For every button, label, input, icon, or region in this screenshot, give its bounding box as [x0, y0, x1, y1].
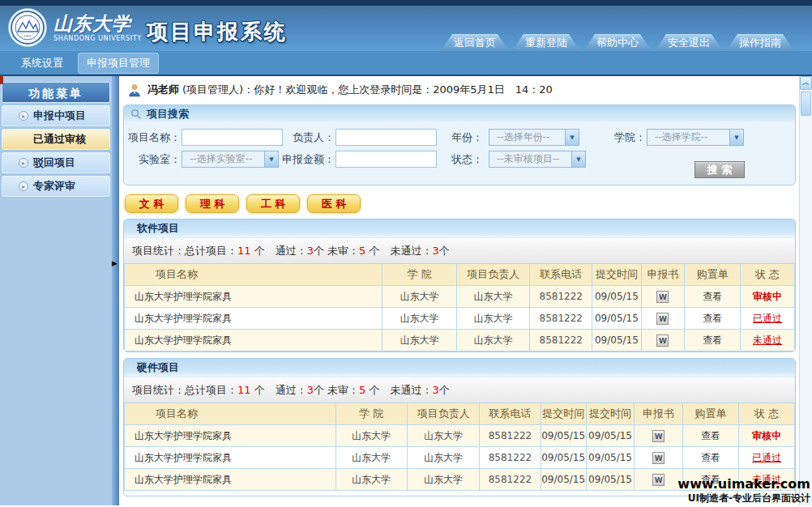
sidebar: 功能菜单 ▸ 申报中项目 已通过审核 ▸ 驳回项目 ▸ 专家评审	[0, 76, 112, 505]
watermark-url: www.uimaker.com	[677, 476, 810, 492]
sidebar-item-expert-review[interactable]: ▸ 专家评审	[2, 176, 110, 197]
search-button[interactable]: 搜 索	[694, 161, 745, 178]
submit-date-cell: 09/05/15	[592, 286, 641, 308]
table-row: 山东大学护理学院家具山东大学山东大学858122209/05/1509/05/1…	[125, 425, 795, 447]
application-doc-cell: W	[635, 469, 683, 491]
welcome-bar: 冯老师 (项目管理人)：你好！欢迎观临，您上次登录时间是：2009年5月1日 1…	[123, 80, 796, 100]
college-select[interactable]: --选择学院-- ▼	[647, 129, 744, 146]
word-doc-icon[interactable]: W	[652, 474, 665, 486]
college-cell: 山东大学	[382, 330, 457, 351]
lab-select[interactable]: --选择实验室-- ▼	[182, 151, 279, 168]
view-link[interactable]: 查看	[701, 430, 720, 441]
svg-text:1901: 1901	[24, 34, 32, 38]
phone-value: 8581222	[489, 452, 532, 463]
word-doc-icon[interactable]: W	[652, 430, 665, 442]
phone-value: 8581222	[540, 291, 583, 302]
year-select[interactable]: --选择年份-- ▼	[489, 129, 579, 146]
nav-tab-relogin[interactable]: 重新登陆	[512, 34, 580, 51]
search-form: 项目名称： 负责人： 年份： --选择年份-- ▼ 学院： --选择学院-- ▼	[124, 123, 795, 185]
project-section-panel: 硬件项目项目统计：总计项目：11 个 通过：3个 未审：5 个 未通过：3个项目…	[123, 358, 796, 496]
nav-tab-guide[interactable]: 操作指南	[726, 34, 794, 51]
view-link[interactable]: 查看	[703, 291, 722, 302]
university-emblem-icon: 1901	[8, 8, 47, 47]
status-badge[interactable]: 审核中	[753, 291, 782, 302]
submit-date-cell: 09/05/15	[586, 425, 635, 447]
amount-label: 申报金额：	[278, 151, 335, 168]
project-section-panel: 软件项目项目统计：总计项目：11 个 通过：3个 未审：5 个 未通过：3个项目…	[123, 219, 796, 352]
dropdown-arrow-icon[interactable]: ▼	[565, 130, 579, 145]
stat-number: 3	[307, 245, 314, 257]
college-select-value: --选择学院--	[647, 130, 707, 144]
project-name-cell: 山东大学护理学院家具	[125, 469, 336, 491]
college-cell: 山东大学	[335, 425, 407, 447]
project-name-cell: 山东大学护理学院家具	[125, 425, 336, 447]
leader-input[interactable]	[335, 129, 437, 146]
status-badge[interactable]: 审核中	[752, 430, 781, 441]
top-strip	[0, 0, 812, 6]
scroll-thumb[interactable]	[801, 92, 811, 116]
tab-project-management[interactable]: 申报项目管理	[78, 53, 159, 74]
menu-tab-bar: 系统设置 申报项目管理	[0, 51, 812, 76]
sidebar-item-approved-projects[interactable]: 已通过审核	[2, 129, 110, 150]
category-engineering-button[interactable]: 工 科	[246, 194, 300, 213]
word-doc-icon[interactable]: W	[656, 291, 669, 303]
status-badge[interactable]: 未通过	[753, 334, 782, 346]
submit-date-cell: 09/05/15	[541, 425, 586, 447]
amount-input[interactable]	[335, 151, 437, 168]
submit-date-cell: 09/05/15	[592, 330, 641, 351]
arrow-circle-icon: ▸	[19, 111, 28, 121]
leader-cell: 山东大学	[408, 469, 480, 491]
column-header: 联系电话	[530, 264, 592, 286]
dropdown-arrow-icon[interactable]: ▼	[571, 151, 585, 167]
stat-number: 3	[433, 384, 439, 396]
status-select[interactable]: --未审核项目-- ▼	[489, 151, 586, 168]
university-name-en: SHANDONG UNIVERSITY	[53, 35, 141, 42]
search-panel-title: 项目搜索	[147, 105, 189, 123]
column-header: 提交时间	[592, 264, 641, 286]
app-header: 1901 山东大学 SHANDONG UNIVERSITY 项目申报系统 返回首…	[0, 0, 812, 76]
submit-date-cell: 09/05/15	[541, 469, 586, 491]
university-name: 山东大学 SHANDONG UNIVERSITY	[53, 14, 141, 42]
phone-cell: 8581222	[530, 286, 592, 308]
search-panel-header: 项目搜索	[124, 105, 795, 123]
top-nav: 返回首页 重新登陆 帮助中心 安全退出 操作指南	[441, 34, 794, 51]
status-badge[interactable]: 已通过	[753, 313, 782, 324]
category-liberal-arts-button[interactable]: 文 科	[125, 194, 178, 213]
section-title: 软件项目	[124, 219, 795, 237]
category-science-button[interactable]: 理 科	[186, 194, 239, 213]
view-link[interactable]: 查看	[703, 313, 722, 324]
view-link[interactable]: 查看	[701, 452, 720, 463]
table-row: 山东大学护理学院家具山东大学山东大学858122209/05/1509/05/1…	[125, 447, 795, 469]
sidebar-title: 功能菜单	[2, 82, 110, 103]
category-medicine-button[interactable]: 医 科	[307, 194, 361, 213]
purchase-list-cell: 查看	[685, 308, 741, 330]
column-header: 项目负责人	[457, 264, 530, 286]
dropdown-arrow-icon[interactable]: ▼	[729, 130, 743, 145]
stat-label: 个 通过：	[251, 384, 307, 396]
dropdown-arrow-icon[interactable]: ▼	[264, 151, 278, 167]
view-link[interactable]: 查看	[703, 334, 722, 346]
word-doc-icon[interactable]: W	[652, 452, 665, 464]
nav-tab-help[interactable]: 帮助中心	[583, 34, 652, 51]
word-doc-icon[interactable]: W	[656, 334, 669, 347]
submit-date-cell: 09/05/15	[586, 469, 635, 491]
lab-select-value: --选择实验室--	[182, 152, 252, 166]
sidebar-item-pending-projects[interactable]: ▸ 申报中项目	[2, 105, 110, 126]
column-header: 学 院	[335, 403, 407, 425]
main-area: 功能菜单 ▸ 申报中项目 已通过审核 ▸ 驳回项目 ▸ 专家评审 ▶	[0, 76, 812, 505]
nav-tab-logout[interactable]: 安全退出	[655, 34, 723, 51]
tab-system-settings[interactable]: 系统设置	[21, 56, 63, 70]
project-name-input[interactable]	[182, 129, 283, 146]
search-panel: 项目搜索 项目名称： 负责人： 年份： --选择年份-- ▼ 学院：	[123, 104, 796, 185]
purchase-list-cell: 查看	[682, 447, 738, 469]
stat-label: 项目统计：总计项目：	[132, 384, 237, 396]
nav-tab-home[interactable]: 返回首页	[441, 34, 509, 51]
sidebar-splitter[interactable]: ▶	[112, 76, 119, 505]
status-badge[interactable]: 已通过	[752, 452, 781, 463]
stat-label: 个 未通过：	[365, 245, 432, 257]
status-cell: 审核中	[739, 425, 795, 447]
sidebar-item-rejected-projects[interactable]: ▸ 驳回项目	[2, 152, 110, 173]
collapse-arrow-icon[interactable]: ▶	[112, 259, 118, 267]
scroll-up-icon[interactable]: ︿	[800, 76, 812, 90]
word-doc-icon[interactable]: W	[656, 313, 669, 325]
